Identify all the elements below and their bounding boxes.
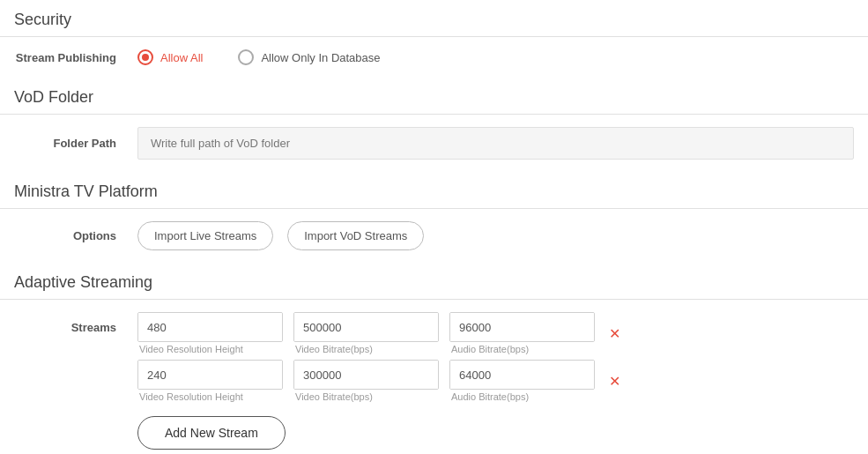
stream-1-resolution-label: Video Resolution Height (137, 391, 283, 402)
stream-1-delete-button[interactable]: ✕ (605, 366, 624, 397)
stream-1-video_bitrate-group: ▲▼Video Bitrate(bps) (293, 360, 439, 402)
stream-1-audio_bitrate-group: ▲▼Audio Bitrate(bps) (449, 360, 595, 402)
stream-row: ▲▼Video Resolution Height▲▼Video Bitrate… (137, 312, 624, 354)
stream-0-video_bitrate-group: ▲▼Video Bitrate(bps) (293, 312, 439, 354)
import-live-streams-button[interactable]: Import Live Streams (137, 221, 273, 250)
streams-row: Streams ▲▼Video Resolution Height▲▼Video… (0, 300, 868, 454)
radio-allow-db-circle[interactable] (238, 49, 254, 65)
stream-1-audio_bitrate-label: Audio Bitrate(bps) (449, 391, 595, 402)
stream-publishing-row: Stream Publishing Allow All Allow Only I… (0, 37, 868, 78)
stream-0-resolution-label: Video Resolution Height (137, 344, 283, 354)
vod-folder-section: VoD Folder Folder Path (0, 78, 868, 172)
radio-allow-db-label: Allow Only In Database (261, 51, 380, 64)
stream-1-resolution-input[interactable] (138, 361, 283, 389)
stream-0-video_bitrate-wrapper: ▲▼ (293, 312, 439, 342)
vod-folder-title: VoD Folder (0, 78, 868, 114)
add-new-stream-button[interactable]: Add New Stream (137, 416, 286, 450)
stream-1-resolution-group: ▲▼Video Resolution Height (137, 360, 283, 402)
folder-path-label: Folder Path (14, 137, 137, 150)
security-section: Security Stream Publishing Allow All All… (0, 0, 868, 78)
ministra-options-row: Options Import Live Streams Import VoD S… (0, 209, 868, 263)
radio-allow-all-label: Allow All (160, 51, 203, 64)
adaptive-streaming-title: Adaptive Streaming (0, 263, 868, 299)
stream-1-video_bitrate-label: Video Bitrate(bps) (293, 391, 439, 402)
stream-1-resolution-wrapper: ▲▼ (137, 360, 283, 390)
stream-0-resolution-group: ▲▼Video Resolution Height (137, 312, 283, 354)
stream-0-audio_bitrate-label: Audio Bitrate(bps) (449, 344, 595, 354)
stream-0-resolution-input[interactable] (138, 313, 283, 341)
stream-publishing-label: Stream Publishing (14, 51, 137, 64)
stream-1-audio_bitrate-input[interactable] (450, 361, 595, 389)
folder-path-input[interactable] (137, 127, 854, 160)
stream-1-video_bitrate-input[interactable] (294, 361, 439, 389)
radio-allow-all[interactable]: Allow All (137, 49, 203, 65)
adaptive-streaming-section: Adaptive Streaming Streams ▲▼Video Resol… (0, 263, 868, 454)
ministra-section: Ministra TV Platform Options Import Live… (0, 172, 868, 263)
streams-label: Streams (14, 312, 137, 334)
stream-publishing-options: Allow All Allow Only In Database (137, 49, 381, 65)
stream-0-video_bitrate-input[interactable] (294, 313, 439, 341)
ministra-title: Ministra TV Platform (0, 172, 868, 208)
stream-row: ▲▼Video Resolution Height▲▼Video Bitrate… (137, 360, 624, 402)
stream-0-audio_bitrate-group: ▲▼Audio Bitrate(bps) (449, 312, 595, 354)
stream-1-audio_bitrate-wrapper: ▲▼ (449, 360, 595, 390)
ministra-buttons: Import Live Streams Import VoD Streams (137, 221, 434, 250)
stream-0-video_bitrate-label: Video Bitrate(bps) (293, 344, 439, 354)
radio-allow-db[interactable]: Allow Only In Database (238, 49, 380, 65)
stream-0-audio_bitrate-input[interactable] (450, 313, 595, 341)
security-title: Security (0, 0, 868, 36)
folder-path-row: Folder Path (0, 115, 868, 172)
import-vod-streams-button[interactable]: Import VoD Streams (287, 221, 424, 250)
radio-allow-all-circle[interactable] (137, 49, 153, 65)
stream-1-video_bitrate-wrapper: ▲▼ (293, 360, 439, 390)
streams-list: ▲▼Video Resolution Height▲▼Video Bitrate… (137, 312, 624, 450)
stream-0-audio_bitrate-wrapper: ▲▼ (449, 312, 595, 342)
stream-0-resolution-wrapper: ▲▼ (137, 312, 283, 342)
ministra-options-label: Options (14, 229, 137, 242)
stream-0-delete-button[interactable]: ✕ (605, 318, 624, 349)
